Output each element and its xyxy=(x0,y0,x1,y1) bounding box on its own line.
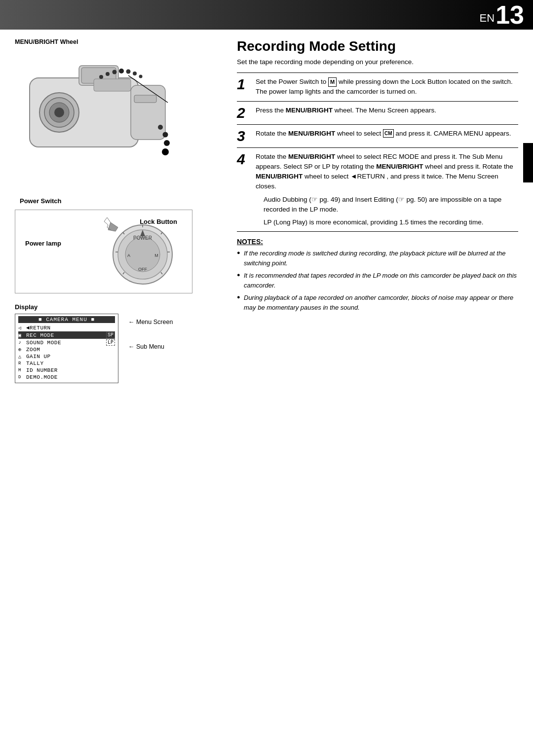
note-3: During playback of a tape recorded on an… xyxy=(237,293,518,312)
step-4-number: 4 xyxy=(237,152,251,228)
svg-point-12 xyxy=(119,69,124,73)
idnumber-label: ID NUMBER xyxy=(26,367,115,373)
zoom-label: ZOOM xyxy=(26,347,115,353)
svg-point-19 xyxy=(163,132,168,138)
step-3-bold: MENU/BRIGHT xyxy=(288,130,335,137)
idnumber-icon: M xyxy=(18,368,26,373)
display-row: ■ CAMERA MENU ■ ◁ ◄RETURN ▣ REC MODE SP … xyxy=(15,314,217,383)
svg-point-14 xyxy=(133,72,137,75)
page-number: 13 xyxy=(495,2,524,28)
soundmode-icon: ♪ xyxy=(18,340,26,345)
section-title: Recording Mode Setting xyxy=(237,38,518,54)
step-2: 2 Press the MENU/BRIGHT wheel. The Menu … xyxy=(237,102,518,125)
zoom-icon: ⊕ xyxy=(18,347,26,353)
svg-text:OFF: OFF xyxy=(138,267,147,272)
camcorder-illustration xyxy=(15,48,212,191)
header-bar: EN 13 xyxy=(0,0,533,30)
step-3-content: Rotate the MENU/BRIGHT wheel to select C… xyxy=(256,129,518,144)
step-4-content: Rotate the MENU/BRIGHT wheel to select R… xyxy=(256,152,518,228)
dial-svg: POWER M A OFF xyxy=(93,213,182,289)
step-3: 3 Rotate the MENU/BRIGHT wheel to select… xyxy=(237,125,518,148)
menu-screen-arrow: ← xyxy=(128,319,135,325)
svg-rect-8 xyxy=(94,79,131,91)
power-switch-label: Power Switch xyxy=(20,197,217,205)
step-2-content: Press the MENU/BRIGHT wheel. The Menu Sc… xyxy=(256,106,518,120)
svg-text:A: A xyxy=(127,253,130,258)
demomode-label: DEMO.MODE xyxy=(26,374,115,380)
svg-rect-7 xyxy=(131,85,165,140)
menu-row-demomode: D DEMO.MODE xyxy=(18,374,115,381)
notes-section: NOTES: If the recording mode is switched… xyxy=(237,238,518,312)
menu-row-gainup: △ GAIN UP xyxy=(18,353,115,360)
svg-point-20 xyxy=(164,140,170,146)
menu-screen-box: ■ CAMERA MENU ■ ◁ ◄RETURN ▣ REC MODE SP … xyxy=(15,314,118,383)
power-lamp-label: Power lamp xyxy=(25,240,61,247)
step-4-para2: Audio Dubbing (☞ pg. 49) and Insert Edit… xyxy=(264,195,518,215)
section-subtitle: Set the tape recording mode depending on… xyxy=(237,58,518,66)
step-2-bold: MENU/BRIGHT xyxy=(286,107,333,114)
step-1: 1 Set the Power Switch to M while pressi… xyxy=(237,73,518,102)
menu-labels: ← Menu Screen ← Sub Menu xyxy=(128,314,173,350)
svg-point-4 xyxy=(54,108,64,117)
step-4-para3: LP (Long Play) is more economical, provi… xyxy=(264,217,518,227)
notes-title: NOTES: xyxy=(237,238,518,246)
sub-menu-arrow: ← xyxy=(128,343,135,350)
gainup-icon: △ xyxy=(18,354,26,360)
step-1-number: 1 xyxy=(237,77,251,97)
lock-power-area: Lock Button Power lamp POWER M A OFF xyxy=(15,210,192,293)
recmode-icon: ▣ xyxy=(18,332,26,338)
left-column: MENU/BRIGHT Wheel xyxy=(0,30,227,383)
step-3-number: 3 xyxy=(237,129,251,144)
menu-bright-label: MENU/BRIGHT Wheel xyxy=(15,38,217,45)
note-1: If the recording mode is switched during… xyxy=(237,249,518,268)
svg-point-11 xyxy=(113,70,117,74)
recmode-label: REC MODE xyxy=(26,332,104,338)
accent-bar xyxy=(523,143,533,182)
menu-row-soundmode: ♪ SOUND MODE LP xyxy=(18,339,115,346)
soundmode-value: LP xyxy=(106,339,115,346)
note-2: It is recommended that tapes recorded in… xyxy=(237,271,518,290)
step-2-number: 2 xyxy=(237,106,251,120)
camcorder-svg xyxy=(15,48,202,181)
recmode-value: SP xyxy=(106,332,115,338)
svg-point-9 xyxy=(99,75,103,79)
menu-screen-label-item: ← Menu Screen xyxy=(128,319,173,325)
sub-menu-label: Sub Menu xyxy=(136,343,164,350)
soundmode-label: SOUND MODE xyxy=(26,340,104,346)
menu-screen-label: Menu Screen xyxy=(136,319,173,325)
sub-menu-label-item: ← Sub Menu xyxy=(128,343,173,350)
step-4-para1: Rotate the MENU/BRIGHT wheel to select R… xyxy=(256,152,518,192)
demomode-icon: D xyxy=(18,375,26,380)
gainup-label: GAIN UP xyxy=(26,354,115,360)
menu-title: ■ CAMERA MENU ■ xyxy=(18,316,115,323)
svg-point-21 xyxy=(162,148,169,155)
right-column: Recording Mode Setting Set the tape reco… xyxy=(227,30,533,315)
svg-point-18 xyxy=(158,125,163,130)
step-1-text-middle: while pressing down the Lock Button loca… xyxy=(256,78,513,95)
tally-icon: R xyxy=(18,361,26,366)
camera-menu-icon: CM xyxy=(383,129,394,138)
menu-row-tally: R TALLY xyxy=(18,360,115,367)
display-label: Display xyxy=(15,303,217,311)
display-section: Display ■ CAMERA MENU ■ ◁ ◄RETURN ▣ REC … xyxy=(15,303,217,383)
svg-point-15 xyxy=(139,75,143,78)
mode-m-icon: M xyxy=(328,77,337,87)
svg-point-13 xyxy=(126,70,131,74)
return-icon: ◁ xyxy=(18,325,26,331)
menu-row-recmode: ▣ REC MODE SP xyxy=(18,331,115,339)
step-1-content: Set the Power Switch to M while pressing… xyxy=(256,77,518,97)
menu-row-idnumber: M ID NUMBER xyxy=(18,367,115,374)
step-4: 4 Rotate the MENU/BRIGHT wheel to select… xyxy=(237,148,518,232)
svg-text:M: M xyxy=(154,253,158,258)
steps-container: 1 Set the Power Switch to M while pressi… xyxy=(237,72,518,232)
svg-point-10 xyxy=(106,72,110,76)
notes-list: If the recording mode is switched during… xyxy=(237,249,518,312)
menu-row-zoom: ⊕ ZOOM xyxy=(18,346,115,353)
dial-illustration: POWER M A OFF xyxy=(93,213,182,291)
tally-label: TALLY xyxy=(26,360,115,366)
return-label: ◄RETURN xyxy=(26,325,115,331)
en-label: EN xyxy=(480,12,495,25)
svg-rect-17 xyxy=(134,95,156,103)
menu-row-return: ◁ ◄RETURN xyxy=(18,324,115,331)
